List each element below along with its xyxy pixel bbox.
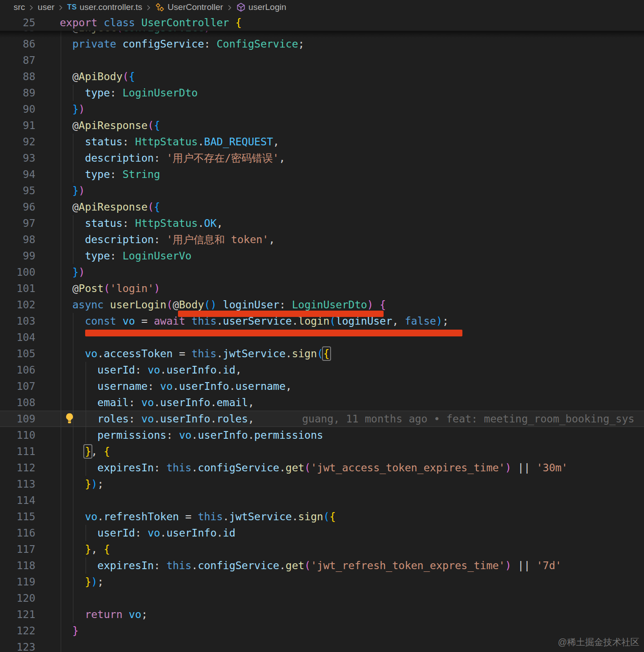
breadcrumb-item-src[interactable]: src: [14, 2, 25, 12]
line-number: 102: [0, 297, 35, 313]
code-line-116[interactable]: 116 userId: vo.userInfo.id: [0, 525, 644, 541]
code-token: type: [85, 87, 110, 99]
code-line-92[interactable]: 92 status: HttpStatus.BAD_REQUEST,: [0, 134, 644, 150]
code-line-93[interactable]: 93 description: '用户不存在/密码错误',: [0, 150, 644, 166]
indent-guide: [61, 427, 61, 443]
code-text: @ApiResponse({: [60, 199, 644, 215]
gutter: [35, 85, 60, 101]
code-token: roles: [216, 413, 248, 425]
code-line-87[interactable]: 87: [0, 52, 644, 68]
gutter: [35, 460, 60, 476]
code-token: (: [148, 201, 154, 213]
watermark: @稀土掘金技术社区: [558, 636, 639, 648]
breadcrumb-item-usercontroller[interactable]: UserController: [155, 2, 223, 12]
code-line-106[interactable]: 106 userId: vo.userInfo.id,: [0, 362, 644, 378]
code-token: [60, 348, 85, 360]
code-token: [60, 446, 85, 457]
code-text: userId: vo.userInfo.id,: [60, 362, 644, 378]
breadcrumb-label: UserController: [168, 2, 223, 12]
breadcrumb-item-userlogin[interactable]: userLogin: [236, 2, 286, 12]
code-token: LoginUserVo: [122, 250, 191, 262]
code-token: this: [166, 462, 191, 474]
code-token: [60, 185, 72, 197]
indent-guide: [61, 117, 61, 134]
indent-guide: [61, 476, 61, 492]
breadcrumb-item-user[interactable]: user: [38, 2, 54, 12]
code-text: status: HttpStatus.OK,: [60, 215, 644, 231]
code-line-98[interactable]: 98 description: '用户信息和 token',: [0, 231, 644, 248]
code-line-123[interactable]: 123: [0, 639, 644, 652]
code-line-108[interactable]: 108 email: vo.userInfo.email,: [0, 394, 644, 411]
indent-guide: [73, 606, 73, 623]
breadcrumb-item-user-controller-ts[interactable]: TSuser.controller.ts: [67, 2, 142, 12]
code-token: .: [160, 527, 167, 539]
indent-guide: [61, 215, 61, 231]
code-token: '用户信息和 token': [166, 234, 269, 245]
code-line-119[interactable]: 119 });: [0, 574, 644, 590]
code-token: {: [330, 511, 336, 523]
code-line-110[interactable]: 110 permissions: vo.userInfo.permissions: [0, 427, 644, 443]
code-token: description: [85, 234, 154, 245]
code-line-122[interactable]: 122 }: [0, 623, 644, 639]
code-line-96[interactable]: 96 @ApiResponse({: [0, 199, 644, 215]
code-line-97[interactable]: 97 status: HttpStatus.OK,: [0, 215, 644, 231]
gutter: [35, 345, 60, 362]
code-line-120[interactable]: 120: [0, 590, 644, 606]
code-line-118[interactable]: 118 expiresIn: this.configService.get('j…: [0, 557, 644, 574]
code-line-117[interactable]: 117 }, {: [0, 541, 644, 557]
code-line-114[interactable]: 114: [0, 492, 644, 508]
code-line-105[interactable]: 105 vo.accessToken = this.jwtService.sig…: [0, 345, 644, 362]
code-line-90[interactable]: 90 }): [0, 101, 644, 117]
sticky-scroll-line[interactable]: 25export class UserController {: [0, 14, 644, 31]
code-text: [60, 639, 644, 652]
code-token: return: [85, 609, 122, 620]
code-token: ): [91, 478, 97, 490]
code-line-111[interactable]: 111 }, {: [0, 443, 644, 460]
line-number: 106: [0, 362, 35, 378]
code-line-112[interactable]: 112 expiresIn: this.configService.get('j…: [0, 460, 644, 476]
code-line-94[interactable]: 94 type: String: [0, 166, 644, 182]
code-token: vo: [123, 315, 135, 327]
code-token: .: [97, 511, 104, 523]
code-text: }: [60, 623, 644, 639]
code-token: description: [85, 152, 154, 164]
gutter: [35, 231, 60, 248]
code-line-100[interactable]: 100 }): [0, 264, 644, 280]
code-token: ;: [97, 576, 104, 588]
code-token: [116, 38, 123, 50]
breadcrumb-label: user: [38, 2, 54, 12]
code-line-121[interactable]: 121 return vo;: [0, 606, 644, 623]
code-token: get: [286, 462, 305, 474]
code-token: class: [104, 17, 135, 29]
code-token: type: [85, 168, 110, 180]
code-token: vo: [148, 527, 160, 539]
code-line-95[interactable]: 95 }): [0, 182, 644, 199]
code-token: ): [367, 299, 374, 311]
code-token: '30m': [536, 462, 567, 474]
code-token: 'jwt_refresh_token_expres_time': [311, 560, 505, 571]
indent-guide: [73, 85, 73, 101]
sticky-line[interactable]: 25export class UserController {: [0, 14, 644, 31]
line-number: 91: [0, 117, 35, 134]
lightbulb-icon[interactable]: [63, 412, 76, 424]
code-line-113[interactable]: 113 });: [0, 476, 644, 492]
code-token: .: [292, 511, 298, 523]
code-line-88[interactable]: 88 @ApiBody({: [0, 68, 644, 85]
code-line-107[interactable]: 107 username: vo.userInfo.username,: [0, 378, 644, 394]
code-token: jwtService: [223, 348, 285, 360]
gutter: [35, 508, 60, 525]
code-line-109[interactable]: 109 roles: vo.userInfo.roles,guang, 11 m…: [0, 411, 644, 427]
code-token: ApiResponse: [79, 201, 148, 213]
code-line-99[interactable]: 99 type: LoginUserVo: [0, 248, 644, 264]
line-number: 97: [0, 215, 35, 231]
indent-guide: [61, 541, 61, 557]
code-token: :: [148, 380, 160, 392]
code-line-101[interactable]: 101 @Post('login'): [0, 280, 644, 297]
line-number: 94: [0, 166, 35, 182]
code-line-89[interactable]: 89 type: LoginUserDto: [0, 85, 644, 101]
indent-guide: [61, 134, 61, 150]
code-line-91[interactable]: 91 @ApiResponse({: [0, 117, 644, 134]
code-line-115[interactable]: 115 vo.refreshToken = this.jwtService.si…: [0, 508, 644, 525]
indent-guide: [61, 36, 61, 52]
code-line-86[interactable]: 86 private configService: ConfigService;: [0, 36, 644, 52]
